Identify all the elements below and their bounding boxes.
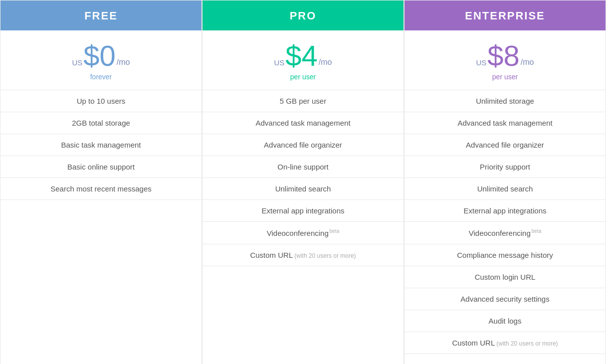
feature-list-enterprise: Unlimited storageAdvanced task managemen…: [404, 90, 606, 354]
btn-section-free: Sign Up: [0, 354, 202, 364]
plan-title-pro: PRO: [207, 9, 399, 22]
price-suffix-free: /mo: [117, 58, 130, 66]
feature-item-pro-1: Advanced task management: [202, 112, 404, 134]
feature-item-free-2: Basic task management: [0, 134, 202, 156]
feature-item-enterprise-11: Custom URL(with 20 users or more): [404, 332, 606, 354]
plan-header-free: FREE: [0, 0, 202, 30]
feature-item-pro-6: Videoconferencingbeta: [202, 222, 404, 244]
plan-header-pro: PRO: [202, 0, 404, 30]
feature-item-enterprise-8: Custom login URL: [404, 266, 606, 288]
price-sub-pro: per user: [207, 73, 399, 81]
feature-item-pro-5: External app integrations: [202, 200, 404, 222]
price-amount-enterprise: $8: [487, 41, 520, 70]
feature-item-pro-3: On-line support: [202, 156, 404, 178]
feature-item-enterprise-7: Compliance message history: [404, 244, 606, 266]
feature-item-enterprise-6: Videoconferencingbeta: [404, 222, 606, 244]
feature-item-enterprise-9: Advanced security settings: [404, 288, 606, 310]
price-prefix-free: US: [72, 59, 82, 66]
sub-note-pro-7: (with 20 users or more): [294, 252, 356, 259]
beta-badge-pro-6: beta: [330, 228, 339, 234]
feature-item-enterprise-4: Unlimited search: [404, 178, 606, 200]
feature-item-pro-7: Custom URL(with 20 users or more): [202, 244, 404, 266]
btn-section-enterprise: Sign Up: [404, 354, 606, 364]
plan-title-enterprise: ENTERPRISE: [409, 9, 601, 22]
price-section-pro: US$4/moper user: [202, 30, 404, 90]
feature-item-free-3: Basic online support: [0, 156, 202, 178]
price-suffix-enterprise: /mo: [521, 58, 534, 66]
price-prefix-enterprise: US: [476, 59, 486, 66]
feature-list-free: Up to 10 users2GB total storageBasic tas…: [0, 90, 202, 222]
sub-note-enterprise-11: (with 20 users or more): [496, 340, 558, 347]
price-prefix-pro: US: [274, 59, 284, 66]
feature-item-pro-2: Advanced file organizer: [202, 134, 404, 156]
feature-item-free-4: Search most recent messages: [0, 178, 202, 200]
feature-item-enterprise-0: Unlimited storage: [404, 90, 606, 112]
price-section-free: US$0/moforever: [0, 30, 202, 90]
feature-item-free-1: 2GB total storage: [0, 112, 202, 134]
plan-title-free: FREE: [5, 9, 197, 22]
plan-pro: PROUS$4/moper user5 GB per userAdvanced …: [202, 0, 404, 364]
feature-item-enterprise-2: Advanced file organizer: [404, 134, 606, 156]
feature-item-enterprise-1: Advanced task management: [404, 112, 606, 134]
feature-item-free-0: Up to 10 users: [0, 90, 202, 112]
feature-item-enterprise-10: Audit logs: [404, 310, 606, 332]
feature-item-enterprise-3: Priority support: [404, 156, 606, 178]
price-amount-free: $0: [83, 41, 116, 70]
beta-badge-enterprise-6: beta: [532, 228, 541, 234]
plan-free: FREEUS$0/moforeverUp to 10 users2GB tota…: [0, 0, 202, 364]
feature-item-enterprise-5: External app integrations: [404, 200, 606, 222]
plan-enterprise: ENTERPRISEUS$8/moper userUnlimited stora…: [404, 0, 606, 364]
price-sub-enterprise: per user: [409, 73, 601, 81]
plan-header-enterprise: ENTERPRISE: [404, 0, 606, 30]
feature-item-pro-4: Unlimited search: [202, 178, 404, 200]
price-section-enterprise: US$8/moper user: [404, 30, 606, 90]
price-amount-pro: $4: [285, 41, 318, 70]
pricing-container: FREEUS$0/moforeverUp to 10 users2GB tota…: [0, 0, 606, 364]
feature-list-pro: 5 GB per userAdvanced task managementAdv…: [202, 90, 404, 266]
price-suffix-pro: /mo: [319, 58, 332, 66]
feature-item-pro-0: 5 GB per user: [202, 90, 404, 112]
price-sub-free: forever: [5, 73, 197, 81]
btn-section-pro: Sign Up: [202, 354, 404, 364]
